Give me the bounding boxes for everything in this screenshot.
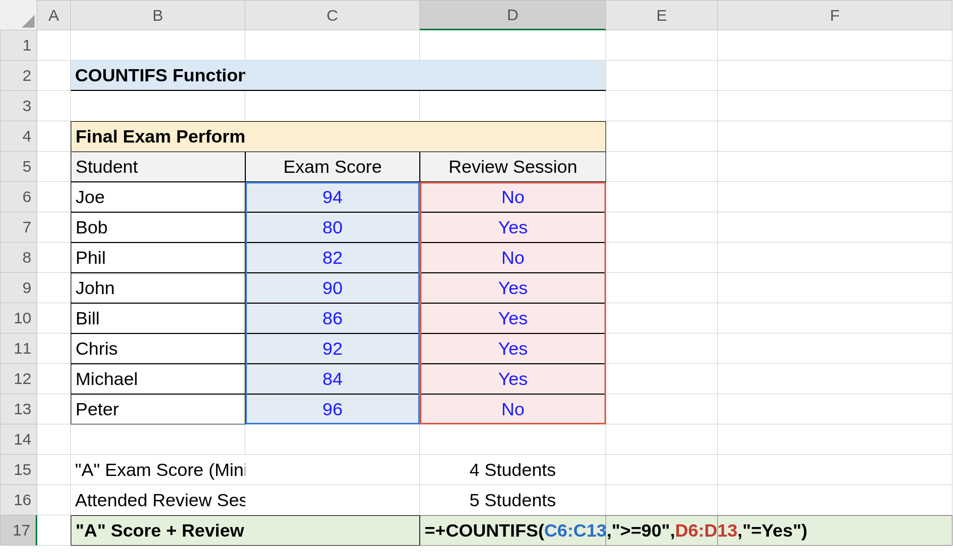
cell-B4[interactable]: Final Exam Performance <box>71 121 245 152</box>
row-header-2[interactable]: 2 <box>0 61 37 91</box>
cell-F1[interactable] <box>718 30 952 61</box>
cell-D15[interactable]: 4 Students <box>420 455 606 485</box>
cell-F3[interactable] <box>718 91 952 121</box>
cell-B16[interactable]: Attended Review Session <box>71 485 245 515</box>
cell-D12[interactable]: Yes <box>420 364 606 394</box>
row-header-9[interactable]: 9 <box>0 273 37 303</box>
col-header-A[interactable]: A <box>37 0 71 30</box>
cell-F11[interactable] <box>718 333 952 364</box>
cell-D16[interactable]: 5 Students <box>420 485 606 515</box>
cell-C5[interactable]: Exam Score <box>245 152 420 182</box>
row-header-5[interactable]: 5 <box>0 152 37 182</box>
row-header-10[interactable]: 10 <box>0 303 37 333</box>
cell-D14[interactable] <box>420 424 606 455</box>
cell-A15[interactable] <box>37 455 71 485</box>
cell-B8[interactable]: Phil <box>71 243 245 273</box>
cell-C11[interactable]: 92 <box>245 333 420 364</box>
cell-D10[interactable]: Yes <box>420 303 606 333</box>
row-header-3[interactable]: 3 <box>0 91 37 121</box>
cell-A14[interactable] <box>37 424 71 455</box>
cell-E3[interactable] <box>606 91 718 121</box>
col-header-C[interactable]: C <box>245 0 420 30</box>
cell-E8[interactable] <box>606 243 718 273</box>
cell-C12[interactable]: 84 <box>245 364 420 394</box>
cell-A4[interactable] <box>37 121 71 152</box>
cell-F2[interactable] <box>718 61 952 91</box>
cell-E13[interactable] <box>606 394 718 424</box>
cell-E1[interactable] <box>606 30 718 61</box>
row-header-14[interactable]: 14 <box>0 424 37 455</box>
cell-D6[interactable]: No <box>420 182 606 212</box>
row-header-6[interactable]: 6 <box>0 182 37 212</box>
cell-A1[interactable] <box>37 30 71 61</box>
cell-D11[interactable]: Yes <box>420 333 606 364</box>
cell-B11[interactable]: Chris <box>71 333 245 364</box>
cell-E2[interactable] <box>606 61 718 91</box>
cell-D5[interactable]: Review Session <box>420 152 606 182</box>
cell-B6[interactable]: Joe <box>71 182 245 212</box>
cell-D8[interactable]: No <box>420 243 606 273</box>
cell-F13[interactable] <box>718 394 952 424</box>
cell-F15[interactable] <box>718 455 952 485</box>
cell-B14[interactable] <box>71 424 245 455</box>
cell-B12[interactable]: Michael <box>71 364 245 394</box>
row-header-11[interactable]: 11 <box>0 333 37 364</box>
cell-E6[interactable] <box>606 182 718 212</box>
cell-A5[interactable] <box>37 152 71 182</box>
cell-B7[interactable]: Bob <box>71 212 245 243</box>
cell-C7[interactable]: 80 <box>245 212 420 243</box>
cell-A2[interactable] <box>37 61 71 91</box>
row-header-1[interactable]: 1 <box>0 30 37 61</box>
row-header-15[interactable]: 15 <box>0 455 37 485</box>
row-header-13[interactable]: 13 <box>0 394 37 424</box>
cell-D17[interactable]: =+COUNTIFS(C6:C13,">=90",D6:D13,"=Yes") <box>420 515 606 546</box>
cell-B13[interactable]: Peter <box>71 394 245 424</box>
row-header-7[interactable]: 7 <box>0 212 37 243</box>
cell-A10[interactable] <box>37 303 71 333</box>
cell-F12[interactable] <box>718 364 952 394</box>
select-all-corner[interactable] <box>0 0 37 30</box>
cell-C1[interactable] <box>245 30 420 61</box>
col-header-B[interactable]: B <box>71 0 245 30</box>
row-header-8[interactable]: 8 <box>0 243 37 273</box>
row-header-4[interactable]: 4 <box>0 121 37 152</box>
cell-B5[interactable]: Student <box>71 152 245 182</box>
cell-A6[interactable] <box>37 182 71 212</box>
cell-A16[interactable] <box>37 485 71 515</box>
row-header-12[interactable]: 12 <box>0 364 37 394</box>
cell-C9[interactable]: 90 <box>245 273 420 303</box>
cell-E7[interactable] <box>606 212 718 243</box>
cell-D1[interactable] <box>420 30 606 61</box>
cell-A17[interactable] <box>37 515 71 546</box>
cell-A7[interactable] <box>37 212 71 243</box>
cell-B17[interactable]: "A" Score + Review Session <box>71 515 245 546</box>
row-header-17[interactable]: 17 <box>0 515 37 546</box>
cell-B2[interactable]: COUNTIFS Function <box>71 61 245 91</box>
cell-A11[interactable] <box>37 333 71 364</box>
cell-C8[interactable]: 82 <box>245 243 420 273</box>
cell-F5[interactable] <box>718 152 952 182</box>
cell-E16[interactable] <box>606 485 718 515</box>
cell-F7[interactable] <box>718 212 952 243</box>
cell-D9[interactable]: Yes <box>420 273 606 303</box>
cell-E9[interactable] <box>606 273 718 303</box>
cell-B9[interactable]: John <box>71 273 245 303</box>
cell-C4[interactable] <box>245 121 420 152</box>
col-header-F[interactable]: F <box>718 0 952 30</box>
cell-A12[interactable] <box>37 364 71 394</box>
cell-C2[interactable] <box>245 61 420 91</box>
cell-C17[interactable] <box>245 515 420 546</box>
cell-B1[interactable] <box>71 30 245 61</box>
row-header-16[interactable]: 16 <box>0 485 37 515</box>
cell-F14[interactable] <box>718 424 952 455</box>
cell-F16[interactable] <box>718 485 952 515</box>
col-header-D[interactable]: D <box>420 0 606 30</box>
cell-D7[interactable]: Yes <box>420 212 606 243</box>
cell-B10[interactable]: Bill <box>71 303 245 333</box>
grid[interactable]: A B C D E F 1 2 COUNTIFS Function 3 4 Fi… <box>0 0 953 546</box>
cell-A13[interactable] <box>37 394 71 424</box>
cell-F8[interactable] <box>718 243 952 273</box>
cell-F10[interactable] <box>718 303 952 333</box>
cell-A8[interactable] <box>37 243 71 273</box>
cell-A3[interactable] <box>37 91 71 121</box>
